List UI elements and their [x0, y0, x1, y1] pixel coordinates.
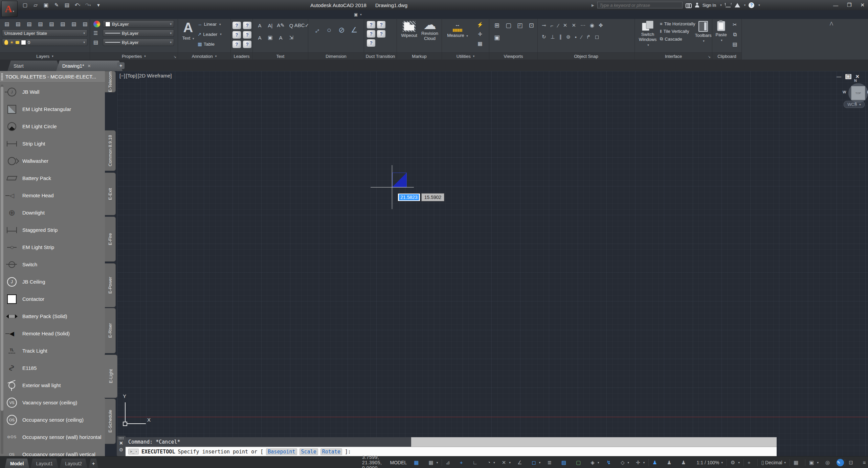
annotation-scale[interactable]: 1:1 / 100%▾ [693, 458, 726, 467]
osnap-tool-icon[interactable]: ∕ [558, 23, 559, 28]
user-icon[interactable] [695, 3, 699, 7]
text-tool-icon[interactable]: A [276, 34, 285, 41]
osnap-tool-icon[interactable]: ✕ [572, 22, 576, 28]
model-space-button[interactable]: MODEL [387, 460, 410, 465]
osnap-tool-icon[interactable]: ⊚ [566, 34, 571, 40]
tile-window-button[interactable]: ‖Tile Vertically [660, 29, 695, 34]
qat-customize-icon[interactable]: ▾ [94, 1, 103, 9]
drawing-restore-icon[interactable]: ❐ [845, 74, 851, 79]
search-input[interactable] [597, 2, 683, 8]
tool-palettes-header[interactable]: TOOL PALETTES - MCGUIRE-ELECT... [0, 71, 105, 83]
plot-icon[interactable]: ▤ [63, 1, 71, 9]
palette-grip-icon[interactable] [1, 73, 3, 81]
osnap-tool-icon[interactable]: ⊸ [542, 22, 546, 28]
paste-button[interactable]: Paste ▾ [714, 21, 728, 42]
search-icon[interactable] [686, 3, 692, 7]
dimension-tool-icon[interactable]: ∠ [350, 26, 358, 34]
infer-constraints[interactable]: ⊿ [443, 458, 456, 467]
unknown-command-icon[interactable]: ? [243, 41, 251, 48]
ribbon-display-toggle[interactable]: ▣▾ [351, 11, 365, 18]
text-button[interactable]: A Text ▾ [181, 20, 196, 41]
quick-calc-icon[interactable]: ▦ [476, 40, 484, 47]
viewport-control-segment[interactable]: [2D Wireframe] [138, 73, 172, 79]
palette-item[interactable]: Wallwasher [0, 152, 105, 170]
command-grip-icon[interactable] [118, 437, 124, 439]
units[interactable]: ▯Decimal▾ [758, 458, 789, 467]
file-tab-close-icon[interactable]: ✕ [88, 64, 91, 68]
close-button[interactable]: ✕ [860, 2, 865, 8]
switch-windows-button[interactable]: Switch Windows ▾ [637, 21, 659, 47]
object-snap[interactable]: ◻▾ [529, 458, 543, 467]
isolate-objects[interactable]: ◎ [822, 458, 836, 467]
palette-group-tab[interactable]: Common 8.9.18 [105, 130, 116, 171]
viewport-tool-icon[interactable]: ▣ [493, 34, 501, 41]
layer-tool-icon[interactable]: ▤ [14, 20, 22, 28]
palette-item[interactable]: J JB Ceiling [0, 273, 105, 290]
palette-group-tab[interactable]: E-Schedule [105, 399, 116, 444]
command-input-line[interactable]: >_▾ EXECUTETOOL Specify insertion point … [126, 447, 777, 456]
lineweight-icon[interactable]: ▤ [93, 39, 98, 45]
unknown-command-icon[interactable]: ? [232, 22, 241, 29]
palette-item[interactable]: Strip Light [0, 135, 105, 152]
palette-group-tab[interactable]: E-Exit [105, 173, 116, 215]
osnap-tool-icon[interactable]: ⋯ [580, 22, 585, 28]
open-file-icon[interactable]: ▱ [31, 1, 40, 9]
palette-item[interactable]: J JB Wall [0, 83, 105, 101]
annotation-monitor[interactable]: + [744, 458, 757, 467]
viewport-tool-icon[interactable]: ⊞ [493, 22, 501, 29]
palette-item[interactable]: ⊕ Downlight [0, 204, 105, 221]
text-tool-icon[interactable]: ⇲ [287, 34, 295, 41]
palette-item[interactable]: Contactor [0, 290, 105, 308]
object-color-combo[interactable]: ByLayer▾ [103, 20, 174, 28]
osnap-tool-icon[interactable]: ⊥ [551, 34, 555, 40]
command-dock[interactable]: ✕ ⚙ [117, 436, 126, 456]
dynamic-input-y[interactable]: 15.5902 [421, 193, 444, 201]
save-as-icon[interactable]: ✎ [52, 1, 61, 9]
viewport-tool-icon[interactable]: ⊡ [527, 22, 536, 29]
sign-in-button[interactable]: Sign In [703, 3, 716, 8]
annotation-autoscale[interactable]: ♟ [664, 458, 677, 467]
quick-calc[interactable]: ▦ [791, 458, 804, 467]
palette-item[interactable]: ◀ Remote Head (Solid) [0, 325, 105, 342]
layer-tool-icon[interactable]: ▤ [81, 20, 89, 28]
toolbars-button[interactable]: Toolbars ▾ [695, 21, 711, 43]
ortho-mode[interactable]: ∟ [470, 458, 484, 467]
restore-button[interactable]: ❐ [847, 2, 851, 8]
table-button[interactable]: ▦Table [198, 41, 215, 47]
quick-select-icon[interactable]: ⚡ [476, 21, 484, 28]
lineweight[interactable]: ≣ [544, 458, 558, 467]
dynamic-input[interactable]: + [457, 458, 469, 467]
text-tool-icon[interactable]: ABC✓ [297, 22, 306, 29]
osnap-tool-icon[interactable]: ◉ [590, 22, 594, 28]
drawing-canvas[interactable]: [−][Top][2D Wireframe] — ❐ ✕ TOP N S W E… [117, 71, 868, 456]
text-tool-icon[interactable]: A [255, 34, 264, 41]
dynamic-ucs[interactable]: ↯ [603, 458, 617, 467]
palette-group-tab[interactable]: E-Fire [105, 217, 116, 262]
unknown-command-icon[interactable]: ? [377, 21, 385, 28]
linetype-combo[interactable]: ByLayer▾ [103, 39, 174, 46]
command-prompt-icon[interactable]: >_▾ [128, 449, 139, 454]
application-menu-button[interactable]: A▾ [1, 1, 18, 17]
object-snap-tracking[interactable]: ∠ [514, 458, 528, 467]
customization[interactable]: ≡ [860, 458, 868, 467]
palette-item[interactable]: Battery Pack [0, 170, 105, 187]
dimension-tool-icon[interactable]: ↔ [311, 25, 322, 36]
wcs-selector[interactable]: WCS▾ [844, 101, 865, 108]
ucs-icon-toggle[interactable]: ✛▾ [633, 458, 648, 467]
redo-icon[interactable]: ↷▾ [84, 1, 92, 9]
id-point-icon[interactable]: ✛ [476, 30, 484, 38]
unknown-command-icon[interactable]: ? [243, 22, 251, 29]
unknown-command-icon[interactable]: ? [367, 21, 375, 28]
dynamic-input-x[interactable]: 21.5823 [398, 193, 420, 201]
palette-item[interactable]: OS Occupancy sensor (wall) vertical [0, 446, 105, 456]
panel-label-utilities[interactable]: Utilities▾ [442, 52, 489, 60]
viewport-control-segment[interactable]: [−] [119, 73, 125, 79]
undo-icon[interactable]: ↶▾ [73, 1, 82, 9]
osnap-tool-icon[interactable]: ◻ [595, 34, 599, 40]
osnap-tool-icon[interactable]: ↱ [586, 34, 591, 40]
palette-group-tab[interactable]: E-Riser [105, 308, 116, 353]
help-caret-icon[interactable]: ▾ [758, 3, 760, 7]
linear-dimension-button[interactable]: ↔Linear▾ [198, 22, 221, 27]
command-customize-icon[interactable]: ⚙ [119, 447, 124, 452]
properties-launcher-icon[interactable]: ↘ [174, 55, 176, 59]
